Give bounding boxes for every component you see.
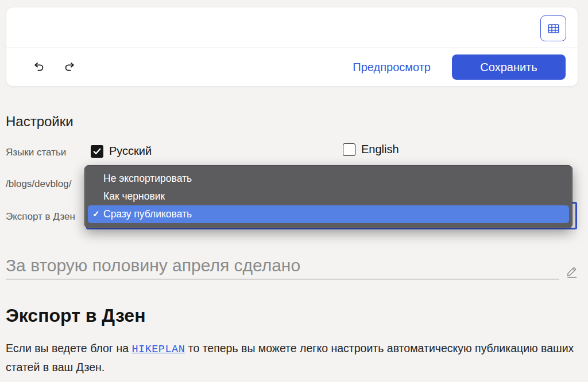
export-dropdown-menu: Не экспортировать Как черновик ✓ Сразу п… <box>84 165 572 228</box>
settings-heading: Настройки <box>6 114 74 130</box>
editor-toolbar-card: Предпросмотр Сохранить <box>6 7 578 86</box>
table-grid-icon <box>546 21 561 36</box>
preview-link[interactable]: Предпросмотр <box>353 61 431 74</box>
undo-button[interactable] <box>32 60 45 74</box>
hikeplan-link[interactable]: HIKEPLAN <box>131 344 185 356</box>
export-label: Экспорт в Дзен <box>6 211 75 223</box>
redo-button[interactable] <box>63 60 77 74</box>
checkbox-english-label: English <box>361 143 399 156</box>
page: { "colors": { "accent": "#3657d8", "page… <box>0 0 588 382</box>
article-heading: Экспорт в Дзен <box>6 305 145 326</box>
dropdown-option-publish[interactable]: ✓ Сразу публиковать <box>88 205 569 223</box>
dropdown-option-label: Сразу публиковать <box>103 208 192 220</box>
languages-label: Языки статьи <box>6 147 66 158</box>
edit-pencil-icon[interactable] <box>565 264 579 279</box>
checkbox-russian[interactable]: Русский <box>91 145 152 158</box>
article-paragraph: Если вы ведете блог на HIKEPLAN то тепер… <box>6 340 580 376</box>
blog-path-label: /blogs/devblog/ <box>6 178 71 190</box>
checkbox-checked-icon <box>91 145 103 158</box>
checkmark-icon: ✓ <box>92 209 100 219</box>
article-title-input[interactable]: За вторую половину апреля сделано <box>6 256 560 275</box>
paragraph-text: Если вы ведете блог на <box>6 342 131 354</box>
dropdown-option-no-export[interactable]: Не экспортировать <box>85 170 572 188</box>
checkbox-english[interactable]: English <box>343 143 399 156</box>
table-view-button[interactable] <box>540 15 566 41</box>
undo-icon <box>32 61 45 73</box>
dropdown-option-label: Не экспортировать <box>103 173 192 185</box>
dropdown-option-draft[interactable]: Как черновик <box>85 188 572 205</box>
toolbar-bottom-row: Предпросмотр Сохранить <box>6 48 578 86</box>
save-button[interactable]: Сохранить <box>452 54 566 80</box>
redo-icon <box>64 61 76 73</box>
checkbox-unchecked-icon <box>343 143 355 156</box>
checkbox-russian-label: Русский <box>109 145 152 158</box>
toolbar-top-row <box>6 7 578 48</box>
dropdown-option-label: Как черновик <box>103 190 165 202</box>
title-underline <box>6 279 559 279</box>
